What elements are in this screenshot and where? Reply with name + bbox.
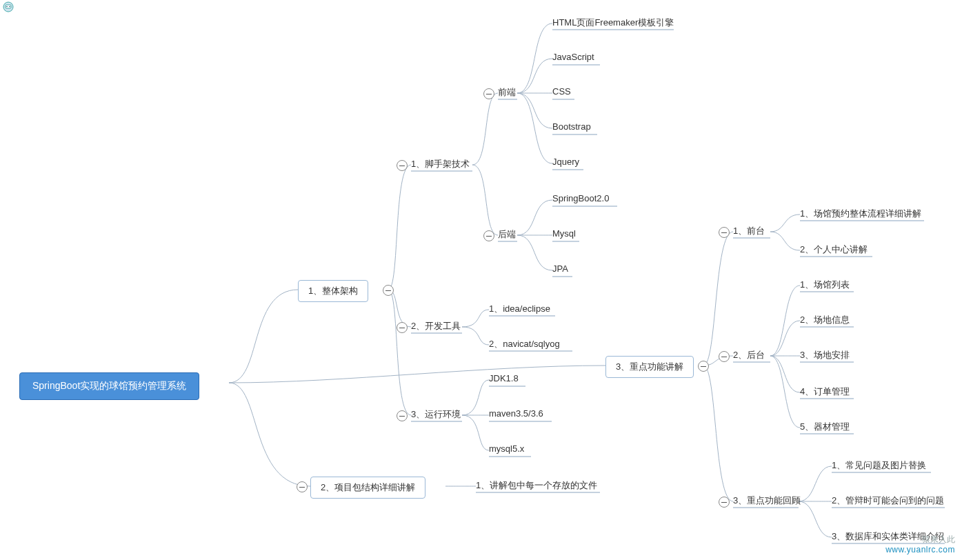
collapse-icon[interactable] [719, 497, 730, 508]
svg-point-35 [9, 6, 10, 8]
collapse-icon[interactable] [297, 481, 308, 492]
collapse-icon[interactable] [483, 88, 494, 99]
leaf-k1-flow[interactable]: 1、场馆预约整体流程详细讲解 [800, 208, 921, 221]
node-overall-arch[interactable]: 1、整体架构 [298, 280, 368, 302]
node-backend[interactable]: 后端 [498, 228, 516, 242]
collapse-icon[interactable] [383, 285, 394, 296]
node-scaffold[interactable]: 1、脚手架技术 [411, 158, 470, 172]
collapse-icon[interactable] [719, 227, 730, 238]
collapse-icon[interactable] [397, 160, 408, 171]
leaf-run-mysql[interactable]: mysql5.x [489, 443, 524, 455]
leaf-tool-navicat[interactable]: 2、navicat/sqlyog [489, 338, 560, 352]
leaf-k2-venuelist[interactable]: 1、场馆列表 [800, 279, 850, 292]
leaf-k2-equipment[interactable]: 5、器材管理 [800, 421, 850, 434]
node-key-features[interactable]: 3、重点功能讲解 [605, 356, 694, 378]
collapse-icon[interactable] [483, 230, 494, 241]
collapse-icon[interactable] [698, 361, 709, 372]
leaf-fe-html[interactable]: HTML页面Freemaker模板引擎 [552, 17, 674, 30]
leaf-run-maven[interactable]: maven3.5/3.6 [489, 408, 543, 420]
node-backstage[interactable]: 2、后台 [733, 349, 765, 363]
root-node[interactable]: SpringBoot实现的球馆预约管理系统 [19, 372, 199, 400]
collapse-icon[interactable] [719, 351, 730, 362]
leaf-k3-defense[interactable]: 2、管辩时可能会问到的问题 [832, 494, 944, 508]
leaf-k1-personal[interactable]: 2、个人中心讲解 [800, 243, 868, 257]
leaf-be-springboot[interactable]: SpringBoot2.0 [552, 193, 609, 205]
leaf-fe-bootstrap[interactable]: Bootstrap [552, 121, 591, 133]
node-review[interactable]: 3、重点功能回顾 [733, 494, 801, 508]
collapse-icon[interactable] [397, 410, 408, 421]
node-frontstage[interactable]: 1、前台 [733, 225, 765, 239]
leaf-k3-faq[interactable]: 1、常见问题及图片替换 [832, 459, 926, 473]
node-frontend[interactable]: 前端 [498, 86, 516, 100]
leaf-be-mysql[interactable]: Mysql [552, 228, 576, 240]
leaf-pkg-explain[interactable]: 1、讲解包中每一个存放的文件 [476, 479, 597, 493]
watermark: 猿来入此 www.yuanlrc.com [885, 534, 955, 554]
node-devtools[interactable]: 2、开发工具 [411, 320, 461, 334]
leaf-k2-fieldinfo[interactable]: 2、场地信息 [800, 314, 850, 328]
mascot-icon [0, 0, 17, 17]
node-runtime[interactable]: 3、运行环境 [411, 408, 461, 422]
watermark-text: 猿来入此 [885, 534, 955, 544]
leaf-k2-orders[interactable]: 4、订单管理 [800, 386, 850, 399]
leaf-be-jpa[interactable]: JPA [552, 263, 568, 275]
leaf-tool-idea[interactable]: 1、idea/eclipse [489, 303, 550, 317]
leaf-fe-css[interactable]: CSS [552, 86, 571, 98]
leaf-k2-schedule[interactable]: 3、场地安排 [800, 349, 850, 363]
leaf-run-jdk[interactable]: JDK1.8 [489, 373, 519, 385]
leaf-fe-js[interactable]: JavaScript [552, 52, 594, 63]
leaf-fe-jquery[interactable]: Jquery [552, 157, 579, 168]
collapse-icon[interactable] [397, 322, 408, 333]
svg-rect-33 [6, 5, 11, 8]
node-package-structure[interactable]: 2、项目包结构详细讲解 [310, 477, 425, 499]
svg-point-34 [6, 6, 8, 8]
watermark-url: www.yuanlrc.com [885, 545, 955, 554]
